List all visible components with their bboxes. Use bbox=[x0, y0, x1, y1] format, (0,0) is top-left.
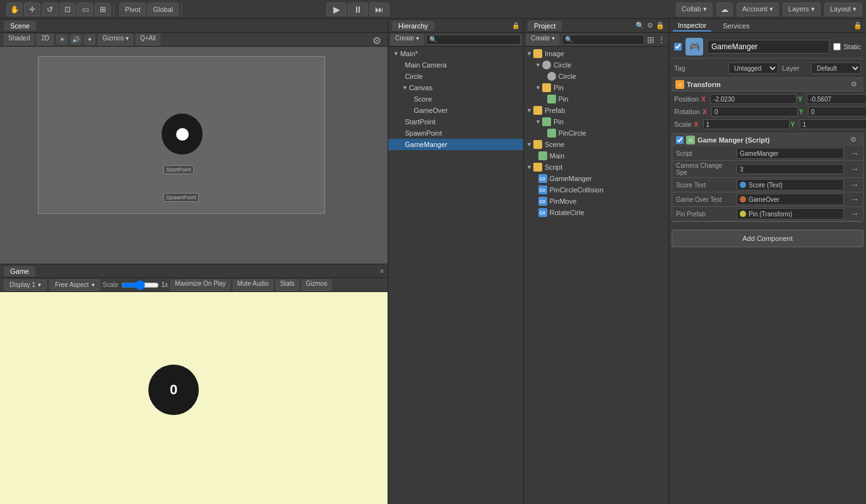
proj-item-pinmove[interactable]: C#PinMove bbox=[524, 196, 668, 207]
camera-speed-label: Camera Change Spe bbox=[676, 162, 733, 176]
script-section-header[interactable]: G Game Manger (Script) ⚙ bbox=[672, 134, 863, 146]
project-lock-icon[interactable]: 🔒 bbox=[656, 21, 665, 30]
audio-btn[interactable]: 🔊 bbox=[70, 35, 81, 45]
pos-y-input[interactable] bbox=[807, 94, 866, 104]
scale-slider[interactable] bbox=[121, 280, 159, 290]
display-dropdown[interactable]: Display 1 ▾ bbox=[4, 279, 47, 291]
project-settings-icon[interactable]: ⚙ bbox=[647, 21, 653, 30]
inspector-lock-icon[interactable]: 🔒 bbox=[853, 21, 862, 30]
proj-item-pincirclecollision[interactable]: C#PinCircleCollision bbox=[524, 184, 668, 196]
proj-label-image: Image bbox=[545, 50, 564, 57]
shaded-dropdown[interactable]: Shaded bbox=[4, 34, 34, 45]
proj-item-pincircle[interactable]: PinCircle bbox=[524, 127, 668, 139]
mute-btn[interactable]: Mute Audio bbox=[233, 279, 273, 291]
proj-item-gamemanger-s[interactable]: C#GameManger bbox=[524, 173, 668, 184]
rect-tool-btn[interactable]: ▭ bbox=[77, 3, 93, 16]
pause-btn[interactable]: ⏸ bbox=[348, 3, 368, 16]
global-btn[interactable]: Global bbox=[147, 3, 179, 16]
project-view-toggle[interactable]: ⊞ bbox=[647, 35, 655, 45]
services-tab[interactable]: Services bbox=[718, 21, 754, 31]
inspector-tab[interactable]: Inspector bbox=[673, 20, 711, 32]
score-text-goto[interactable]: → bbox=[850, 180, 859, 190]
proj-item-pin-folder[interactable]: ▼Pin bbox=[524, 82, 668, 93]
pos-x-input[interactable] bbox=[710, 94, 797, 104]
proj-icon-circle-folder bbox=[542, 61, 551, 69]
project-tab[interactable]: Project bbox=[528, 21, 562, 31]
hier-item-startpoint[interactable]: StartPoint bbox=[388, 116, 523, 127]
transform-section-header[interactable]: ⊹ Transform ⚙ bbox=[672, 78, 863, 91]
scene-tab[interactable]: Scene bbox=[4, 21, 36, 31]
multi-tool-btn[interactable]: ⊞ bbox=[95, 3, 111, 16]
pivot-btn[interactable]: Pivot bbox=[119, 3, 146, 16]
static-checkbox[interactable] bbox=[833, 43, 841, 50]
gameover-goto[interactable]: → bbox=[850, 194, 859, 204]
hierarchy-lock-icon[interactable]: 🔒 bbox=[512, 22, 519, 29]
light-btn[interactable]: ☀ bbox=[56, 35, 68, 45]
proj-item-script[interactable]: ▼Script bbox=[524, 161, 668, 173]
hierarchy-tab[interactable]: Hierarchy bbox=[392, 21, 434, 31]
proj-item-pin-item[interactable]: Pin bbox=[524, 93, 668, 105]
gameobject-active-checkbox[interactable] bbox=[674, 43, 682, 50]
hierarchy-create-btn[interactable]: Create ▾ bbox=[391, 34, 424, 45]
hier-item-score[interactable]: Score bbox=[388, 93, 523, 105]
move-tool-btn[interactable]: ✛ bbox=[24, 3, 40, 16]
tag-select[interactable]: Untagged bbox=[728, 62, 778, 74]
hier-item-gamemanger[interactable]: GameManger bbox=[388, 139, 523, 150]
proj-item-scene[interactable]: ▼Scene bbox=[524, 139, 668, 150]
transform-settings-icon[interactable]: ⚙ bbox=[851, 80, 860, 89]
pin-prefab-goto[interactable]: → bbox=[850, 209, 859, 219]
hier-item-canvas[interactable]: ▼Canvas bbox=[388, 82, 523, 93]
maximize-btn[interactable]: Maximize On Play bbox=[170, 279, 230, 291]
game-tab[interactable]: Game bbox=[4, 266, 35, 276]
qall-btn[interactable]: Q+All bbox=[136, 34, 160, 45]
hier-item-spawnpoint[interactable]: SpawnPoint bbox=[388, 127, 523, 139]
gameobject-name-input[interactable] bbox=[707, 40, 829, 54]
game-gizmos-btn[interactable]: Gizmos bbox=[302, 279, 332, 291]
layer-select[interactable]: Default bbox=[811, 62, 861, 74]
project-search-input[interactable] bbox=[562, 35, 644, 45]
layout-btn[interactable]: Layout ▾ bbox=[824, 3, 862, 16]
hier-item-circle[interactable]: Circle bbox=[388, 71, 523, 82]
cloud-btn[interactable]: ☁ bbox=[716, 3, 733, 16]
camera-speed-input[interactable] bbox=[737, 164, 844, 174]
proj-item-circle-folder[interactable]: ▼Circle bbox=[524, 59, 668, 71]
project-create-btn[interactable]: Create ▾ bbox=[526, 34, 559, 45]
hier-item-main-star[interactable]: ▼Main* bbox=[388, 48, 523, 59]
project-more-icon[interactable]: ⋮ bbox=[657, 35, 666, 45]
script-goto-icon[interactable]: → bbox=[850, 148, 859, 158]
project-search-icon[interactable]: 🔍 bbox=[636, 21, 644, 30]
proj-item-prefab-pin[interactable]: ▼Pin bbox=[524, 116, 668, 127]
hier-item-gameover[interactable]: GameOver bbox=[388, 105, 523, 116]
play-btn[interactable]: ▶ bbox=[326, 3, 347, 16]
script-active-checkbox[interactable] bbox=[676, 136, 684, 144]
proj-item-image[interactable]: ▼Image bbox=[524, 48, 668, 59]
account-btn[interactable]: Account ▾ bbox=[737, 3, 779, 16]
gizmos-dropdown[interactable]: Gizmos ▾ bbox=[98, 34, 133, 45]
layers-btn[interactable]: Layers ▾ bbox=[783, 3, 821, 16]
rot-y-input[interactable] bbox=[808, 107, 866, 117]
rot-x-input[interactable] bbox=[711, 107, 798, 117]
stats-btn[interactable]: Stats bbox=[276, 279, 299, 291]
step-btn[interactable]: ⏭ bbox=[369, 3, 389, 16]
scene-settings-icon[interactable]: ⚙ bbox=[372, 35, 384, 45]
hand-tool-btn[interactable]: ✋ bbox=[6, 3, 23, 16]
script-settings-icon[interactable]: ⚙ bbox=[850, 136, 859, 144]
proj-item-prefab[interactable]: ▼Prefab bbox=[524, 105, 668, 116]
add-component-btn[interactable]: Add Component bbox=[672, 230, 863, 247]
collab-btn[interactable]: Collab ▾ bbox=[676, 3, 713, 16]
game-panel-menu[interactable]: ≡ bbox=[380, 267, 384, 274]
proj-item-main-scene[interactable]: Main bbox=[524, 150, 668, 161]
camera-speed-goto[interactable]: → bbox=[850, 164, 859, 174]
scale-y-input[interactable] bbox=[800, 119, 866, 129]
proj-item-rotatecirle[interactable]: C#RotateCirle bbox=[524, 207, 668, 218]
fx-btn[interactable]: ✦ bbox=[84, 35, 95, 45]
proj-label-prefab-pin: Pin bbox=[554, 118, 564, 126]
proj-item-circle-item[interactable]: Circle bbox=[524, 71, 668, 82]
hierarchy-search-input[interactable] bbox=[426, 35, 521, 45]
scale-tool-btn[interactable]: ⊡ bbox=[59, 3, 76, 16]
scale-x-input[interactable] bbox=[703, 119, 790, 129]
2d-btn[interactable]: 2D bbox=[37, 34, 54, 45]
hier-item-main-camera[interactable]: Main Camera bbox=[388, 59, 523, 71]
rotate-tool-btn[interactable]: ↺ bbox=[42, 3, 58, 16]
aspect-dropdown[interactable]: Free Aspect ▾ bbox=[49, 279, 100, 291]
